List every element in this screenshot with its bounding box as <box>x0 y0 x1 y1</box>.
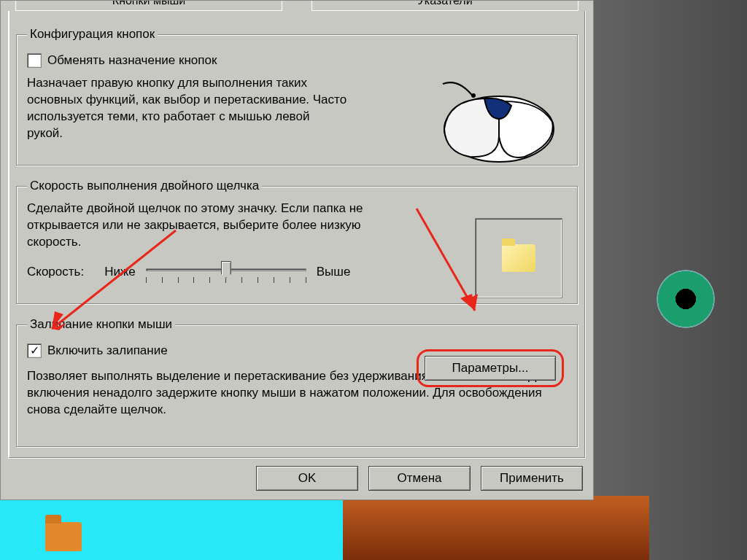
clicklock-checkbox[interactable]: ✓ <box>27 343 42 358</box>
apply-button[interactable]: Применить <box>481 466 583 491</box>
mouse-properties-dialog: Кнопки мыши Указатели Конфигурация кнопо… <box>0 0 594 500</box>
annotation-highlight-params: Параметры... <box>417 349 564 387</box>
tab-buttons[interactable]: Кнопки мыши <box>15 1 282 11</box>
desktop-strip <box>343 496 649 560</box>
swap-buttons-checkbox[interactable] <box>27 53 42 68</box>
tab-panel: Конфигурация кнопок Обменять назначение … <box>8 11 586 459</box>
folder-icon <box>502 244 535 272</box>
ok-button[interactable]: OK <box>256 466 358 491</box>
swap-buttons-description: Назначает правую кнопку для выполнения т… <box>27 75 348 142</box>
speed-slow-label: Ниже <box>104 265 136 279</box>
desktop-folder-icon[interactable] <box>45 522 82 551</box>
group-clicklock-title: Залипание кнопки мыши <box>27 317 175 332</box>
doubleclick-speed-slider[interactable] <box>146 261 306 283</box>
wallpaper-cat-eye <box>657 270 715 328</box>
doubleclick-test-area[interactable] <box>475 218 562 298</box>
group-doubleclick-speed: Скорость выполнения двойного щелчка Сдел… <box>16 179 578 304</box>
speed-fast-label: Выше <box>317 265 351 279</box>
doubleclick-description: Сделайте двойной щелчок по этому значку.… <box>27 201 384 251</box>
tab-pointers[interactable]: Указатели <box>311 1 578 11</box>
clicklock-settings-button[interactable]: Параметры... <box>425 356 556 381</box>
group-button-config: Конфигурация кнопок Обменять назначение … <box>16 27 578 166</box>
cancel-button[interactable]: Отмена <box>368 466 471 491</box>
group-clicklock: Залипание кнопки мыши ✓ Включить залипан… <box>16 317 578 447</box>
swap-buttons-label: Обменять назначение кнопок <box>47 53 217 68</box>
mouse-icon <box>430 71 561 173</box>
clicklock-label: Включить залипание <box>47 343 168 358</box>
group-button-config-title: Конфигурация кнопок <box>27 27 158 42</box>
speed-label: Скорость: <box>27 265 84 279</box>
svg-point-1 <box>471 93 476 98</box>
group-doubleclick-title: Скорость выполнения двойного щелчка <box>27 179 262 193</box>
